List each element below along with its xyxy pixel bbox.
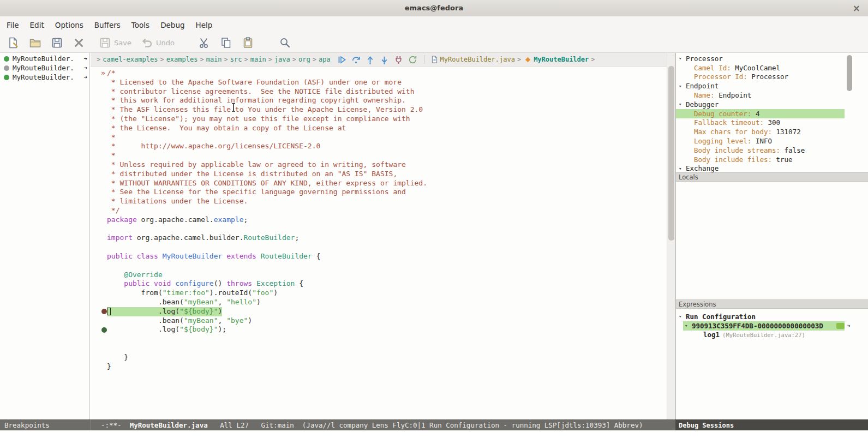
code-line[interactable]: } [107,353,667,362]
code-line[interactable]: public class MyRouteBuilder extends Rout… [107,252,667,261]
code-line[interactable] [107,344,667,353]
menu-options[interactable]: Options [50,18,89,32]
debug-controls [337,55,417,64]
breadcrumb-item-src[interactable]: src [230,56,242,63]
breadcrumb-item-examples[interactable]: examples [166,56,198,63]
editor-scrollbar[interactable] [667,53,675,419]
breakpoint-list-item[interactable]: MyRouteBuilder.➔ [0,54,89,63]
tree-node-processor[interactable]: ▾Processor [676,54,845,63]
tree-property-row[interactable]: Camel Id: MyCoolCamel [676,63,845,73]
breakpoint-list-item[interactable]: MyRouteBuilder.➔ [0,63,89,73]
menu-edit[interactable]: Edit [25,18,50,32]
chevron-down-icon[interactable]: ▾ [685,323,692,328]
code-line[interactable]: * contributor license agreements. See th… [107,87,667,97]
code-line[interactable]: * this work for additional information r… [107,96,667,105]
search-button[interactable] [277,35,293,51]
code-line[interactable]: from("timer:foo").routeId("foo") [107,289,667,298]
code-line[interactable]: * distributed under the License is distr… [107,170,667,179]
code-line[interactable] [107,261,667,271]
breadcrumb-item-org[interactable]: org [298,56,310,63]
chevron-down-icon[interactable]: ▾ [679,101,686,107]
breadcrumb-item-main[interactable]: main [250,56,266,63]
step-out-button[interactable] [366,55,375,64]
menu-tools[interactable]: Tools [126,18,155,32]
close-icon[interactable]: × [853,3,860,14]
code-line[interactable]: .bean("myBean", "hello") [107,298,667,307]
tree-property-row[interactable]: Processor Id: Processor [676,73,845,82]
code-line[interactable]: } [107,362,667,371]
code-area[interactable]: »/* * Licensed to the Apache Software Fo… [91,67,667,371]
code-line[interactable]: * WITHOUT WARRANTIES OR CONDITIONS OF AN… [107,179,667,188]
code-line[interactable]: * See the License for the specific langu… [107,188,667,197]
breadcrumb-file-name[interactable]: MyRouteBuilder.java [440,56,515,63]
paste-button[interactable] [240,35,256,51]
code-line[interactable]: package org.apache.camel.example; [107,215,667,225]
breadcrumb-symbol-name[interactable]: MyRouteBuilder [534,56,589,63]
tree-property-row[interactable]: Name: Endpoint [676,91,845,100]
code-line[interactable]: */ [107,206,667,215]
disconnect-button[interactable] [394,55,403,64]
tree-property-row[interactable]: Fallback timeout: 300 [676,118,845,128]
breadcrumb-item-main[interactable]: main [206,56,222,63]
open-file-button[interactable] [27,35,43,51]
expression-row[interactable]: log1(MyRouteBuilder.java:27) [676,331,845,340]
code-line[interactable]: * [107,133,667,142]
breadcrumb-item-camel-examples[interactable]: camel-examples [103,56,158,63]
chevron-down-icon[interactable]: ▾ [679,56,686,61]
code-line[interactable]: @Override [107,271,667,280]
code-line[interactable]: * The ASF licenses this file to You unde… [107,105,667,115]
run-configuration-row[interactable]: ▾Run Configuration [676,312,845,321]
code-line[interactable]: »/* [107,69,667,78]
continue-button[interactable] [337,55,346,64]
tree-node-exchange[interactable]: ▾Exchange [676,164,845,173]
menu-help[interactable]: Help [190,18,218,32]
tree-property-row[interactable]: Body include files: true [676,155,845,164]
editor-scrollbar-thumb[interactable] [668,66,674,241]
chevron-down-icon[interactable]: ▾ [679,166,686,171]
breadcrumb-item-java[interactable]: java [274,56,290,63]
breakpoint-icon[interactable] [101,327,107,333]
open-file-icon [29,37,41,49]
code-line[interactable]: import org.apache.camel.builder.RouteBui… [107,233,667,243]
cut-button[interactable] [196,35,212,51]
echo-area[interactable] [0,430,868,444]
code-line[interactable]: * (the "License"); you may not use this … [107,115,667,124]
code-line[interactable]: .bean("myBean", "bye") [107,316,667,326]
menu-debug[interactable]: Debug [155,18,190,32]
code-line[interactable]: .log("${body}") [107,307,667,316]
tree-node-endpoint[interactable]: ▾Endpoint [676,81,845,91]
panel-scrollbar-thumb[interactable] [847,55,852,91]
code-line[interactable] [107,243,667,252]
step-in-button[interactable] [380,55,389,64]
breadcrumb-item-apa[interactable]: apa [319,56,331,63]
tree-property-row[interactable]: Body include streams: false [676,146,845,155]
menu-file[interactable]: File [1,18,25,32]
code-line[interactable]: * limitations under the License. [107,197,667,206]
step-over-button[interactable] [351,55,361,64]
breakpoint-icon[interactable] [101,309,107,314]
code-line[interactable]: * Unless required by applicable law or a… [107,160,667,170]
chevron-down-icon[interactable]: ▾ [679,83,686,89]
tree-property-row[interactable]: Logging level: INFO [676,136,845,146]
breakpoint-list-item[interactable]: MyRouteBuilder.➔ [0,73,89,82]
tree-property-row[interactable]: Max chars for body: 131072 [676,127,845,136]
menu-buffers[interactable]: Buffers [89,18,126,32]
tree-property-row[interactable]: Debug counter: 4 [676,109,845,118]
code-line[interactable]: public void configure() throws Exception… [107,279,667,289]
debug-session-row[interactable]: ▾990913C359FF4DB-000000000000003D➔ [683,321,845,331]
code-line[interactable]: .log("${body}"); [107,325,667,334]
code-line[interactable] [107,225,667,234]
code-line[interactable]: * the License. You may obtain a copy of … [107,124,667,133]
restart-button[interactable] [408,55,417,64]
code-line[interactable]: * [107,151,667,160]
code-line[interactable] [107,334,667,344]
save-buffer-button[interactable] [49,35,65,51]
code-line[interactable]: * Licensed to the Apache Software Founda… [107,78,667,87]
tree-node-debugger[interactable]: ▾Debugger [676,100,845,109]
chevron-down-icon[interactable]: ▾ [679,314,686,319]
new-file-button[interactable] [5,35,21,51]
code-line[interactable]: * http://www.apache.org/licenses/LICENSE… [107,142,667,151]
code-token: ) [256,298,261,306]
copy-button[interactable] [218,35,234,51]
close-buffer-button[interactable] [71,35,87,51]
